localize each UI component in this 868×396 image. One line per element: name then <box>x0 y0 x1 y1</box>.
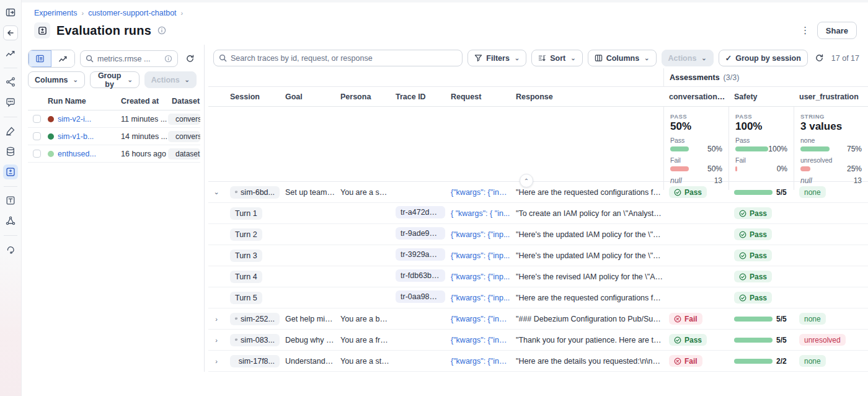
experiments-icon-active[interactable] <box>3 164 18 179</box>
request-cell[interactable]: {"kwargs": {"input' <box>445 357 510 366</box>
row-checkbox[interactable] <box>33 132 41 140</box>
turn-chip: Turn 5 <box>230 292 262 304</box>
session-row[interactable]: › sim-083... Debug why y... You are a fr… <box>208 330 868 351</box>
main-area: Experiments › customer-support-chatbot ›… <box>22 0 868 396</box>
request-cell[interactable]: {"kwargs": {"input' <box>445 315 510 323</box>
runs-group-by-button[interactable]: Group by⌄ <box>90 71 140 88</box>
trace-id-chip[interactable]: tr-fdb63bd... <box>396 269 445 282</box>
run-row[interactable]: enthused... 16 hours ago dataset <box>28 145 200 163</box>
dataset-chip[interactable]: convers... <box>168 131 200 142</box>
group-by-session-button[interactable]: ✓Group by session <box>719 50 808 66</box>
created-at: 11 minutes ... <box>117 115 168 124</box>
turn-row[interactable]: Turn 3 tr-3929abf... {"kwargs": {"inp...… <box>208 245 868 266</box>
turn-chip: Turn 3 <box>230 250 262 262</box>
pass-badge: Pass <box>734 292 772 304</box>
more-options-icon[interactable]: ⋮ <box>800 25 811 36</box>
rail-divider <box>4 68 17 68</box>
run-row[interactable]: sim-v2-i... 11 minutes ... convers... <box>28 110 200 128</box>
row-checkbox[interactable] <box>33 115 41 123</box>
trace-id-chip[interactable]: tr-a472d59... <box>396 206 445 218</box>
col-goal: Goal <box>280 92 335 101</box>
request-cell[interactable]: {"kwargs": {"inp... <box>445 251 510 260</box>
request-cell[interactable]: { "kwargs": { "in... <box>445 209 510 218</box>
turn-row[interactable]: Turn 1 tr-a472d59... { "kwargs": { "in..… <box>208 203 868 224</box>
safety-bar <box>734 359 773 364</box>
response-cell: "To create an IAM policy for an \"Analys… <box>510 209 663 218</box>
page-title: Evaluation runs <box>56 24 151 38</box>
trace-id-chip[interactable]: tr-3929abf... <box>396 248 445 261</box>
circled-check-icon <box>739 294 746 302</box>
refresh-icon[interactable] <box>813 52 826 65</box>
breadcrumb-project[interactable]: customer-support-chatbot <box>88 9 176 17</box>
row-checkbox[interactable] <box>33 150 41 158</box>
frustration-tag: unresolved <box>799 334 846 346</box>
turn-row[interactable]: Turn 4 tr-fdb63bd... {"kwargs": {"inp...… <box>208 266 868 287</box>
turn-row[interactable]: Turn 2 tr-9ade921... {"kwargs": {"inp...… <box>208 224 868 245</box>
chat-icon[interactable] <box>3 95 18 110</box>
dataset-chip[interactable]: convers... <box>168 114 200 125</box>
trace-id-chip[interactable]: tr-0aa9889... <box>396 290 445 303</box>
datasets-icon[interactable] <box>3 144 18 159</box>
share-button[interactable]: Share <box>817 22 857 39</box>
sidebar-expand-icon[interactable] <box>3 5 18 20</box>
col-safety: Safety <box>728 92 794 101</box>
filters-button[interactable]: Filters⌄ <box>467 50 526 66</box>
breadcrumb-experiments[interactable]: Experiments <box>34 9 77 17</box>
chevron-right-icon[interactable]: › <box>208 315 224 323</box>
trace-search-placeholder: Search traces by id, request, or respons… <box>231 54 457 63</box>
columns-button[interactable]: Columns⌄ <box>588 50 657 66</box>
title-bar: Evaluation runs ⋮ Share <box>22 17 868 45</box>
request-cell[interactable]: {"kwargs": {"input' <box>445 336 510 344</box>
back-icon[interactable] <box>3 25 18 40</box>
col-run-name: Run Name <box>44 97 117 106</box>
speech-bubble-icon <box>235 336 237 344</box>
trace-search-input[interactable]: Search traces by id, request, or respons… <box>213 50 463 66</box>
session-chip[interactable]: sim-17f8... <box>230 355 280 367</box>
request-cell[interactable]: {"kwargs": {"inp... <box>445 272 510 281</box>
support-icon[interactable] <box>3 242 18 257</box>
monitoring-icon[interactable] <box>3 46 18 61</box>
created-at: 16 hours ago <box>117 150 168 158</box>
graph-network-icon[interactable] <box>3 214 18 228</box>
refresh-icon[interactable] <box>183 52 197 66</box>
response-cell: "Here are the requested configurations f… <box>510 294 663 302</box>
request-cell[interactable]: {"kwargs": {"inp... <box>445 294 510 302</box>
chevron-right-icon[interactable]: › <box>208 358 224 365</box>
run-link[interactable]: enthused... <box>58 150 96 158</box>
sort-button[interactable]: Sort⌄ <box>531 50 582 66</box>
run-link[interactable]: sim-v2-i... <box>58 115 91 124</box>
dataset-chip[interactable]: dataset <box>168 148 200 160</box>
title-info-icon[interactable] <box>157 26 166 35</box>
session-row[interactable]: › sim-252... Get help migr... You are a … <box>208 308 868 330</box>
runs-columns-button[interactable]: Columns⌄ <box>28 71 85 88</box>
turn-chip: Turn 2 <box>230 228 262 241</box>
pass-badge: Pass <box>734 228 772 240</box>
col-response: Response <box>510 92 663 101</box>
safety-bar <box>734 190 773 195</box>
table-view-icon[interactable] <box>29 50 51 67</box>
prompts-icon[interactable] <box>3 193 18 208</box>
workflows-icon[interactable] <box>3 74 18 89</box>
chevron-down-icon[interactable]: ⌄ <box>208 188 224 196</box>
run-row[interactable]: sim-v1-b... 14 minutes ... convers... <box>28 128 200 145</box>
status-dot <box>48 133 54 140</box>
request-cell[interactable]: {"kwargs": {"input' <box>445 188 510 197</box>
session-chip[interactable]: sim-083... <box>230 334 280 346</box>
trace-id-chip[interactable]: tr-9ade921... <box>396 227 445 240</box>
response-cell: "Thank you for your patience. Here are t… <box>510 336 663 344</box>
session-row[interactable]: › sim-17f8... Understand t... You are a … <box>208 351 868 372</box>
session-chip[interactable]: sim-6bd... <box>230 186 280 199</box>
request-cell[interactable]: {"kwargs": {"inp... <box>445 230 510 239</box>
run-link[interactable]: sim-v1-b... <box>58 132 94 141</box>
response-cell: "### Debezium Configuration to Pub/Sub\n… <box>510 315 663 323</box>
session-chip[interactable]: sim-252... <box>230 313 280 325</box>
turn-row[interactable]: Turn 5 tr-0aa9889... {"kwargs": {"inp...… <box>208 287 868 308</box>
fail-badge: Fail <box>669 355 702 367</box>
rail-divider <box>4 235 17 236</box>
annotation-icon[interactable] <box>3 124 18 138</box>
chevron-right-icon[interactable]: › <box>208 336 224 344</box>
circled-check-icon <box>739 252 746 259</box>
collapse-group-button[interactable]: ⌃ <box>520 174 533 187</box>
chart-view-icon[interactable] <box>51 50 74 67</box>
metrics-search-input[interactable]: metrics.rmse ... <box>80 50 178 67</box>
